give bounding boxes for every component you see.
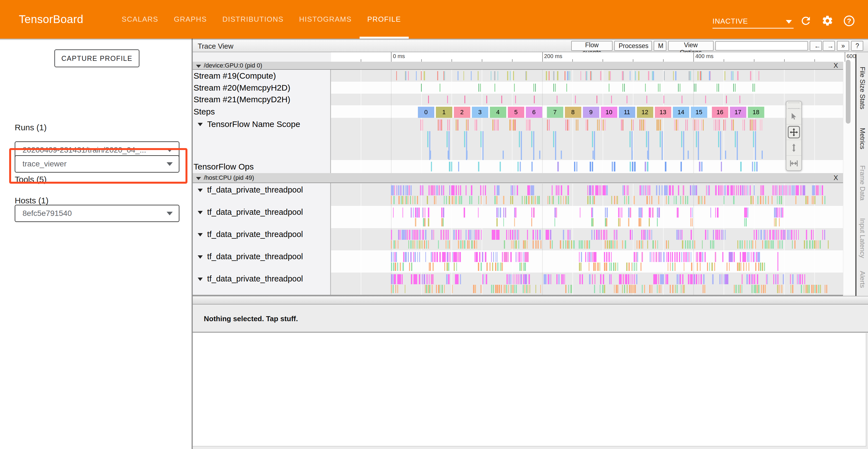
m-button[interactable]: M	[654, 41, 666, 51]
close-section-button[interactable]: X	[834, 62, 838, 69]
more-button[interactable]: »	[837, 41, 849, 51]
ruler-label: 600	[847, 53, 856, 59]
side-tab-alerts[interactable]: Alerts	[859, 271, 866, 288]
trace-row-label: TensorFlow Ops	[193, 162, 254, 172]
ruler-tick	[482, 59, 482, 62]
trace-row-label: tf_data_private_threadpool	[207, 274, 303, 283]
status-dropdown[interactable]: INACTIVE	[713, 14, 794, 29]
tab-histograms[interactable]: HISTOGRAMS	[291, 0, 359, 39]
processes-button[interactable]: Processes	[614, 41, 652, 51]
ruler-tick	[602, 59, 603, 62]
side-tab-file-size-stats[interactable]: File Size Stats	[859, 67, 866, 109]
tools-select[interactable]: trace_viewer	[15, 155, 179, 173]
ruler-track	[331, 52, 855, 62]
trace-body: /device:GPU:0 (pid 0)XStream #19(Compute…	[193, 62, 843, 296]
trace-row-label: Steps	[193, 107, 215, 116]
analysis-side-tabs: File Size StatsMetricsFrame DataInput La…	[856, 54, 868, 296]
tab-profile[interactable]: PROFILE	[360, 0, 409, 39]
ruler-label: 0 ms	[393, 53, 405, 59]
scrollbar-thumb[interactable]	[846, 60, 850, 124]
zoom-tool-icon[interactable]	[786, 140, 801, 155]
palette-drag-handle[interactable]	[788, 102, 799, 109]
detail-panel-body	[193, 333, 866, 447]
trace-tool-palette[interactable]	[786, 101, 802, 171]
trace-row-label: Stream #20(MemcpyH2D)	[193, 83, 290, 92]
ruler-tick	[421, 59, 422, 62]
side-tab-input-latency[interactable]: Input Latency	[859, 218, 866, 258]
status-label: INACTIVE	[713, 17, 748, 26]
timing-tool-icon[interactable]	[786, 155, 801, 171]
ruler-tick	[814, 59, 815, 62]
process-section-header[interactable]: /device:GPU:0 (pid 0)X	[193, 62, 843, 70]
ruler-tick	[633, 59, 633, 62]
trace-view-title: Trace View	[198, 42, 234, 51]
horizontal-splitter[interactable]	[193, 296, 868, 304]
process-title: /host:CPU (pid 49)	[204, 174, 254, 181]
tensorboard-app: TensorBoard SCALARSGRAPHSDISTRIBUTIONSHI…	[0, 0, 868, 449]
hosts-select[interactable]: 8efc5e791540	[15, 205, 179, 222]
trace-view-toolbar: Trace View Flow eventsProcessesMView Opt…	[193, 40, 868, 52]
flow-events-button[interactable]: Flow events	[571, 41, 613, 51]
capture-profile-button[interactable]: CAPTURE PROFILE	[55, 50, 140, 67]
pan-right-button[interactable]: →	[823, 41, 835, 51]
app-header: TensorBoard SCALARSGRAPHSDISTRIBUTIONSHI…	[0, 0, 868, 39]
tab-graphs[interactable]: GRAPHS	[166, 0, 215, 39]
detail-panel-message: Nothing selected. Tap stuff.	[204, 315, 298, 323]
ruler-label: 200 ms	[544, 53, 563, 59]
ruler-tick	[845, 52, 845, 62]
collapse-triangle-icon[interactable]	[198, 233, 203, 236]
collapse-triangle-icon[interactable]	[198, 189, 203, 192]
help-icon[interactable]: ?	[843, 15, 855, 27]
trace-row-label: tf_data_private_threadpool	[207, 230, 303, 239]
side-tab-metrics[interactable]: Metrics	[859, 128, 866, 149]
ruler-tick	[754, 59, 754, 62]
trace-row-label: Stream #21(MemcpyD2H)	[193, 95, 290, 104]
tools-select-value: trace_viewer	[23, 159, 67, 169]
collapse-triangle-icon[interactable]	[196, 65, 201, 68]
timeline-ruler: 0 ms200 ms400 ms600	[193, 52, 855, 62]
ruler-tick	[391, 52, 392, 62]
tab-distributions[interactable]: DISTRIBUTIONS	[215, 0, 291, 39]
pan-tool-icon[interactable]	[786, 124, 801, 140]
ruler-tick	[723, 59, 724, 62]
ruler-tick	[693, 52, 694, 62]
settings-gear-icon[interactable]	[822, 15, 834, 27]
ruler-tick	[542, 52, 543, 62]
ruler-tick	[452, 59, 452, 62]
tab-scalars[interactable]: SCALARS	[114, 0, 166, 39]
trace-row-label: TensorFlow Name Scope	[207, 119, 300, 129]
collapse-triangle-icon[interactable]	[196, 177, 201, 180]
collapse-triangle-icon[interactable]	[198, 123, 203, 126]
trace-row-label: tf_data_private_threadpool	[207, 185, 303, 194]
close-section-button[interactable]: X	[834, 174, 838, 182]
runs-label: Runs (1)	[15, 123, 46, 132]
ruler-tick	[663, 59, 663, 62]
svg-text:?: ?	[847, 17, 851, 25]
chevron-down-icon	[786, 20, 792, 24]
trace-row-label: Stream #19(Compute)	[193, 71, 276, 81]
pan-left-button[interactable]: ←	[810, 41, 822, 51]
collapse-triangle-icon[interactable]	[198, 211, 203, 214]
collapse-triangle-icon[interactable]	[198, 277, 203, 281]
select-tool-icon[interactable]	[786, 109, 801, 124]
ruler-tick	[512, 59, 513, 62]
hosts-select-value: 8efc5e791540	[23, 209, 72, 218]
ruler-tick	[784, 59, 785, 62]
shortcuts-button[interactable]: ?	[851, 41, 863, 51]
detail-panel-header: Nothing selected. Tap stuff.	[193, 304, 868, 333]
header-shadow	[0, 39, 868, 40]
trace-search-input[interactable]	[715, 41, 808, 51]
tools-label: Tools (5)	[15, 175, 46, 184]
tensorboard-logo: TensorBoard	[19, 13, 83, 26]
runs-select-value: 20200409-231431/train/2020_04_...	[23, 146, 146, 154]
collapse-triangle-icon[interactable]	[198, 255, 203, 259]
chevron-down-icon	[166, 148, 173, 152]
sidebar: CAPTURE PROFILE Runs (1) 20200409-231431…	[0, 39, 192, 449]
trace-row-label: tf_data_private_threadpool	[207, 208, 303, 217]
view-options-button[interactable]: View Options	[668, 41, 714, 51]
side-tab-frame-data[interactable]: Frame Data	[859, 165, 866, 201]
refresh-icon[interactable]	[800, 15, 812, 27]
process-section-header[interactable]: /host:CPU (pid 49)X	[193, 173, 843, 183]
process-title: /device:GPU:0 (pid 0)	[204, 62, 262, 69]
ruler-tick	[572, 59, 573, 62]
